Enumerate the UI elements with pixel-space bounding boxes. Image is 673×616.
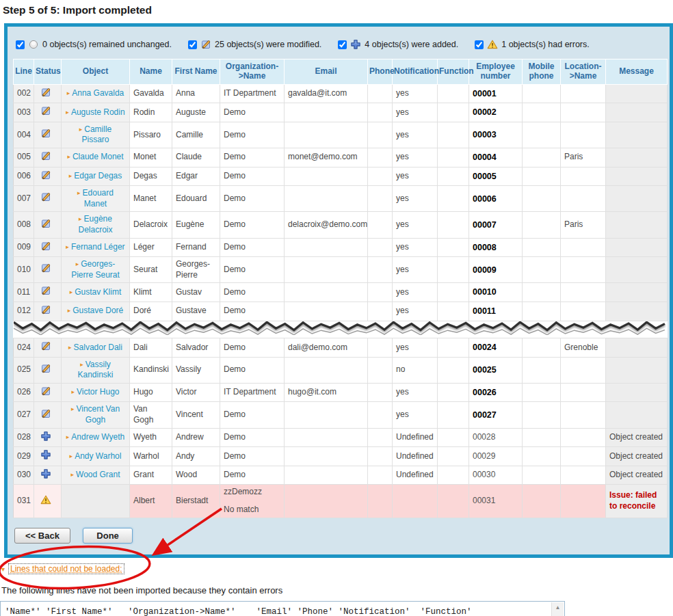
object-link[interactable]: Andrew Wyeth bbox=[71, 432, 124, 442]
object-link[interactable]: Anna Gavalda bbox=[72, 88, 124, 98]
cell-phone bbox=[368, 257, 393, 283]
summary-item: 4 objects(s) were added. bbox=[338, 39, 458, 50]
cell-location bbox=[561, 283, 606, 302]
cell-notification: yes bbox=[393, 212, 438, 238]
cell-location bbox=[561, 238, 606, 257]
cell-email bbox=[285, 402, 368, 428]
cell-email bbox=[285, 238, 368, 257]
lines-link-row: ▾Lines that could not be loaded: bbox=[1, 562, 673, 576]
cell-email bbox=[285, 302, 368, 321]
summary-item: 0 objects(s) remained unchanged. bbox=[16, 39, 172, 50]
object-link[interactable]: Claude Monet bbox=[72, 152, 124, 161]
object-link[interactable]: Edgar Degas bbox=[74, 171, 122, 180]
cell-first-name: Auguste bbox=[172, 103, 220, 122]
pencil-icon bbox=[40, 191, 51, 202]
object-link[interactable]: Wood Grant bbox=[76, 470, 120, 479]
cell-organization: zzDemozzNo match bbox=[220, 485, 285, 518]
cell-object: ▸Andy Warhol bbox=[62, 447, 130, 466]
cell-name: Hugo bbox=[130, 383, 172, 402]
cell-message bbox=[606, 357, 668, 383]
cell-email bbox=[285, 122, 368, 148]
cell-first-name: Georges-Pierre bbox=[172, 257, 220, 283]
cell-phone bbox=[368, 383, 393, 402]
cell-phone bbox=[368, 122, 393, 148]
cell-location bbox=[561, 167, 606, 186]
cell-location: Paris bbox=[561, 148, 606, 167]
pencil-icon bbox=[40, 170, 51, 180]
cell-name: Monet bbox=[130, 148, 172, 167]
cell-line: 012 bbox=[14, 302, 34, 321]
cell-line: 029 bbox=[14, 447, 34, 466]
cell-organization: Demo bbox=[220, 466, 285, 485]
cell-email bbox=[285, 485, 368, 518]
cell-object: ▸Auguste Rodin bbox=[62, 103, 130, 122]
object-link[interactable]: Gustave Doré bbox=[72, 306, 123, 315]
table-row: 025▸Vassily KandinskiKandinskiVassilyDem… bbox=[14, 357, 668, 383]
cell-status bbox=[34, 186, 62, 212]
cell-status bbox=[34, 428, 62, 447]
cell-location bbox=[561, 122, 606, 148]
table-row: 012▸Gustave DoréDoréGustaveDemoyes00011 bbox=[14, 302, 668, 321]
object-link[interactable]: Camille Pissaro bbox=[81, 124, 111, 145]
summary-checkbox[interactable] bbox=[338, 40, 347, 49]
done-button[interactable]: Done bbox=[83, 528, 133, 544]
cell-organization: Demo bbox=[220, 283, 285, 302]
cell-notification: yes bbox=[393, 383, 438, 402]
cell-email bbox=[285, 428, 368, 447]
cell-function bbox=[438, 212, 469, 238]
column-header: Message bbox=[606, 59, 668, 85]
cell-name: Seurat bbox=[130, 257, 172, 283]
tear-zigzag bbox=[14, 321, 668, 335]
column-header: Phone bbox=[368, 59, 393, 85]
cell-first-name: Andrew bbox=[172, 428, 220, 447]
cell-phone bbox=[368, 186, 393, 212]
cell-organization: Demo bbox=[220, 402, 285, 428]
cell-organization: Demo bbox=[220, 186, 285, 212]
object-link[interactable]: Victor Hugo bbox=[77, 387, 119, 397]
back-button[interactable]: << Back bbox=[14, 528, 70, 544]
object-link[interactable]: Fernand Léger bbox=[71, 242, 125, 252]
cell-line: 002 bbox=[14, 84, 34, 103]
cell-mobile-phone bbox=[523, 103, 561, 122]
cell-object: ▸Anna Gavalda bbox=[62, 84, 130, 103]
cell-object: ▸Eugène Delacroix bbox=[62, 212, 130, 238]
cell-status bbox=[34, 447, 62, 466]
pencil-icon bbox=[40, 363, 51, 374]
cell-location bbox=[561, 485, 606, 518]
pencil-icon bbox=[40, 304, 51, 315]
cell-status bbox=[34, 84, 62, 103]
summary-checkbox[interactable] bbox=[16, 40, 25, 49]
cell-object: ▸Camille Pissaro bbox=[62, 122, 130, 148]
cell-employee-number: 00029 bbox=[469, 447, 523, 466]
column-header: Location->Name bbox=[561, 59, 606, 85]
object-link[interactable]: Salvador Dali bbox=[74, 343, 122, 352]
object-link[interactable]: Vincent Van Gogh bbox=[76, 404, 120, 425]
object-link[interactable]: Eugène Delacroix bbox=[78, 214, 112, 235]
cell-status bbox=[34, 338, 62, 358]
cell-function bbox=[438, 84, 469, 103]
cell-first-name: Eugène bbox=[172, 212, 220, 238]
scroll-up-icon[interactable]: ▲ bbox=[552, 602, 564, 613]
cell-email bbox=[285, 167, 368, 186]
cell-mobile-phone bbox=[523, 402, 561, 428]
plus-icon bbox=[40, 449, 51, 460]
object-link[interactable]: Edouard Manet bbox=[83, 188, 114, 209]
cell-first-name: Claude bbox=[172, 148, 220, 167]
cell-location bbox=[561, 186, 606, 212]
cell-status bbox=[34, 357, 62, 383]
lines-not-loaded-link[interactable]: Lines that could not be loaded: bbox=[8, 563, 124, 574]
object-link[interactable]: Auguste Rodin bbox=[71, 107, 125, 117]
pencil-icon bbox=[40, 340, 51, 351]
summary-checkbox[interactable] bbox=[475, 40, 484, 49]
cell-email: hugo@it.com bbox=[285, 383, 368, 402]
collapse-triangle-icon[interactable]: ▾ bbox=[1, 565, 5, 573]
bullet-icon: ▸ bbox=[66, 243, 69, 250]
object-link[interactable]: Gustav Klimt bbox=[75, 287, 121, 297]
object-link[interactable]: Andy Warhol bbox=[75, 451, 121, 461]
cell-status bbox=[34, 485, 62, 518]
textarea-scrollbar[interactable]: ▲ bbox=[551, 602, 564, 616]
cell-email: gavalda@it.com bbox=[285, 84, 368, 103]
summary-checkbox[interactable] bbox=[188, 40, 197, 49]
cell-message bbox=[606, 383, 668, 402]
cell-message bbox=[606, 148, 668, 167]
